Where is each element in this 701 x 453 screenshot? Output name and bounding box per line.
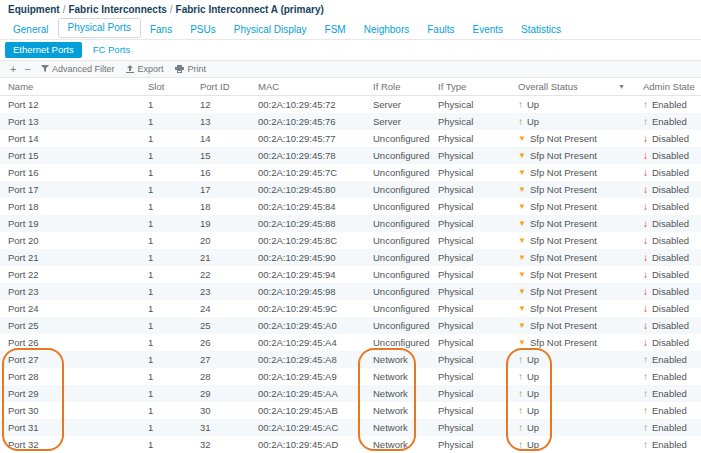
table-row[interactable]: Port 3013000:2A:10:29:45:ABNetworkPhysic…: [0, 402, 701, 419]
up-arrow-icon: ↑: [643, 100, 648, 110]
admin-state-cell-label: Disabled: [652, 320, 689, 331]
port-id-cell: 18: [192, 201, 250, 212]
column-options-caret-icon[interactable]: ▼: [618, 83, 625, 90]
warning-icon: ▼: [518, 152, 526, 160]
if-type-cell: Physical: [430, 150, 510, 161]
port-id-cell: 14: [192, 133, 250, 144]
slot-cell: 1: [140, 99, 192, 110]
column-header-overall-status[interactable]: Overall Status ▼: [510, 81, 635, 92]
column-header-slot[interactable]: Slot: [140, 81, 192, 92]
table-row[interactable]: Port 1811800:2A:10:29:45:84UnconfiguredP…: [0, 198, 701, 215]
mac-cell: 00:2A:10:29:45:9C: [250, 303, 365, 314]
slot-cell: 1: [140, 201, 192, 212]
tab-statistics[interactable]: Statistics: [512, 21, 570, 39]
breadcrumb-fabric-interconnects[interactable]: Fabric Interconnects: [68, 4, 166, 15]
add-button[interactable]: +: [6, 63, 20, 75]
down-arrow-icon: ↓: [643, 253, 648, 263]
tab-physical-display[interactable]: Physical Display: [225, 21, 316, 39]
slot-cell: 1: [140, 320, 192, 331]
overall-status-cell: ▼Sfp Not Present: [510, 269, 635, 280]
column-header-if-role[interactable]: If Role: [365, 81, 430, 92]
warning-icon: ▼: [518, 254, 526, 262]
column-header-mac[interactable]: MAC: [250, 81, 365, 92]
column-header-name[interactable]: Name: [0, 81, 140, 92]
slot-cell: 1: [140, 133, 192, 144]
remove-button[interactable]: −: [20, 63, 34, 75]
admin-state-cell-label: Disabled: [652, 337, 689, 348]
admin-state-cell-label: Enabled: [652, 371, 687, 382]
if-type-cell: Physical: [430, 201, 510, 212]
up-arrow-icon: ↑: [643, 372, 648, 382]
tab-events[interactable]: Events: [463, 21, 512, 39]
export-button[interactable]: Export: [120, 64, 169, 74]
breadcrumb-equipment[interactable]: Equipment: [8, 4, 60, 15]
tab-fans[interactable]: Fans: [141, 21, 181, 39]
port-id-cell: 13: [192, 116, 250, 127]
up-arrow-icon: ↑: [518, 423, 523, 433]
if-type-cell: Physical: [430, 167, 510, 178]
port-id-cell: 17: [192, 184, 250, 195]
subtab-ethernet-ports[interactable]: Ethernet Ports: [5, 42, 82, 58]
table-row[interactable]: Port 2012000:2A:10:29:45:8CUnconfiguredP…: [0, 232, 701, 249]
subtab-fc-ports[interactable]: FC Ports: [85, 42, 138, 58]
tab-fsm[interactable]: FSM: [316, 21, 355, 39]
overall-status-cell: ↑Up: [510, 422, 635, 433]
table-row[interactable]: Port 1211200:2A:10:29:45:72ServerPhysica…: [0, 96, 701, 113]
table-row[interactable]: Port 1411400:2A:10:29:45:77UnconfiguredP…: [0, 130, 701, 147]
table-row[interactable]: Port 2712700:2A:10:29:45:A8NetworkPhysic…: [0, 351, 701, 368]
warning-icon: ▼: [518, 203, 526, 211]
up-arrow-icon: ↑: [518, 406, 523, 416]
overall-status-cell: ↑Up: [510, 116, 635, 127]
tab-physical-ports[interactable]: Physical Ports: [58, 18, 141, 38]
table-row[interactable]: Port 2812800:2A:10:29:45:A9NetworkPhysic…: [0, 368, 701, 385]
mac-cell: 00:2A:10:29:45:72: [250, 99, 365, 110]
if-type-cell: Physical: [430, 218, 510, 229]
table-row[interactable]: Port 1311300:2A:10:29:45:76ServerPhysica…: [0, 113, 701, 130]
print-button[interactable]: Print: [169, 64, 212, 74]
overall-status-cell-label: Up: [527, 354, 539, 365]
warning-icon: ▼: [518, 237, 526, 245]
if-type-cell: Physical: [430, 320, 510, 331]
table-row[interactable]: Port 1711700:2A:10:29:45:80UnconfiguredP…: [0, 181, 701, 198]
admin-state-cell-label: Disabled: [652, 133, 689, 144]
down-arrow-icon: ↓: [643, 134, 648, 144]
table-row[interactable]: Port 2912900:2A:10:29:45:AANetworkPhysic…: [0, 385, 701, 402]
mac-cell: 00:2A:10:29:45:78: [250, 150, 365, 161]
if-role-cell: Network: [365, 388, 430, 399]
column-header-if-type[interactable]: If Type: [430, 81, 510, 92]
overall-status-cell: ▼Sfp Not Present: [510, 167, 635, 178]
column-header-port-id[interactable]: Port ID: [192, 81, 250, 92]
table-row[interactable]: Port 2412400:2A:10:29:45:9CUnconfiguredP…: [0, 300, 701, 317]
table-row[interactable]: Port 2112100:2A:10:29:45:90UnconfiguredP…: [0, 249, 701, 266]
port-name-cell: Port 23: [0, 286, 140, 297]
table-row[interactable]: Port 3113100:2A:10:29:45:ACNetworkPhysic…: [0, 419, 701, 436]
table-row[interactable]: Port 1611600:2A:10:29:45:7CUnconfiguredP…: [0, 164, 701, 181]
breadcrumb-separator: /: [167, 4, 176, 15]
mac-cell: 00:2A:10:29:45:88: [250, 218, 365, 229]
port-id-cell: 28: [192, 371, 250, 382]
tab-psus[interactable]: PSUs: [181, 21, 225, 39]
table-row[interactable]: Port 2612600:2A:10:29:45:A4UnconfiguredP…: [0, 334, 701, 351]
table-row[interactable]: Port 1911900:2A:10:29:45:88UnconfiguredP…: [0, 215, 701, 232]
table-row[interactable]: Port 2312300:2A:10:29:45:98UnconfiguredP…: [0, 283, 701, 300]
table-row[interactable]: Port 2512500:2A:10:29:45:A0UnconfiguredP…: [0, 317, 701, 334]
admin-state-cell: ↑Enabled: [635, 405, 701, 416]
table-row[interactable]: Port 2212200:2A:10:29:45:94UnconfiguredP…: [0, 266, 701, 283]
tab-faults[interactable]: Faults: [418, 21, 463, 39]
admin-state-cell: ↓Disabled: [635, 269, 701, 280]
slot-cell: 1: [140, 337, 192, 348]
down-arrow-icon: ↓: [643, 202, 648, 212]
if-type-cell: Physical: [430, 269, 510, 280]
admin-state-cell-label: Enabled: [652, 422, 687, 433]
admin-state-cell-label: Enabled: [652, 116, 687, 127]
overall-status-cell-label: Sfp Not Present: [530, 337, 597, 348]
overall-status-cell: ▼Sfp Not Present: [510, 303, 635, 314]
table-row[interactable]: Port 1511500:2A:10:29:45:78UnconfiguredP…: [0, 147, 701, 164]
tab-neighbors[interactable]: Neighbors: [355, 21, 419, 39]
advanced-filter-button[interactable]: Advanced Filter: [35, 64, 121, 74]
tab-general[interactable]: General: [4, 21, 58, 39]
if-role-cell: Unconfigured: [365, 133, 430, 144]
table-row[interactable]: Port 3213200:2A:10:29:45:ADNetworkPhysic…: [0, 436, 701, 453]
overall-status-cell-label: Sfp Not Present: [530, 133, 597, 144]
column-header-admin-state[interactable]: Admin State: [635, 81, 701, 92]
